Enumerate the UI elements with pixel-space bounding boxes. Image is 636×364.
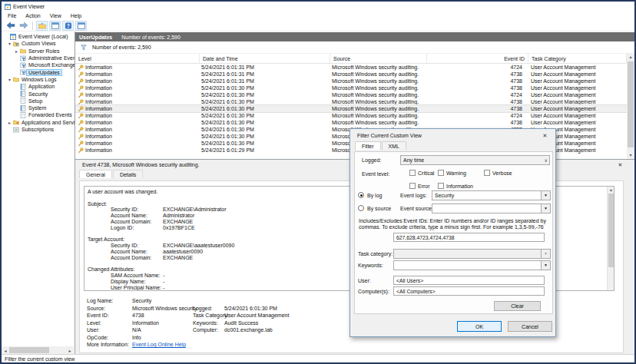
sidebar-item-windows-logs[interactable]: ▾Windows Logs: [2, 76, 75, 83]
scrollbar-thumb[interactable]: [608, 194, 614, 267]
table-row[interactable]: Information5/24/2021 6:01:30 PMMicrosoft…: [75, 84, 627, 91]
expand-icon[interactable]: ▸: [13, 48, 20, 54]
scroll-left-icon[interactable]: ◂: [2, 348, 9, 353]
cancel-button[interactable]: Cancel: [508, 321, 552, 332]
event-ids-input[interactable]: [393, 233, 545, 242]
column-header-date-and-time[interactable]: Date and Time: [200, 54, 330, 64]
event-sources-combo[interactable]: ▼: [432, 204, 551, 213]
sidebar-item-custom-views[interactable]: ▾Custom Views: [2, 40, 75, 47]
sidebar-item-administrative-events[interactable]: Administrative Events: [2, 55, 75, 61]
summary-label: Log Name:: [87, 298, 113, 303]
by-source-radio[interactable]: [358, 205, 364, 211]
scroll-up-icon[interactable]: ▴: [627, 55, 634, 60]
table-row[interactable]: Information5/24/2021 6:01:30 PMMicrosoft…: [75, 91, 627, 98]
dialog-tab-xml[interactable]: XML: [382, 141, 406, 150]
tree-item-label: Windows Logs: [20, 77, 58, 82]
tab-general[interactable]: General: [79, 170, 112, 178]
column-header-event-id[interactable]: Event ID: [427, 54, 528, 64]
help-button[interactable]: ?: [62, 21, 74, 31]
scrollbar-thumb[interactable]: [628, 61, 634, 147]
console-window-button[interactable]: [49, 21, 61, 31]
event-date-cell: 5/24/2021 6:01:31 PM: [201, 78, 329, 84]
expand-icon[interactable]: ▸: [6, 120, 13, 125]
event-level-text: Information: [85, 106, 112, 111]
close-preview-icon[interactable]: ✕: [617, 161, 624, 168]
menu-action[interactable]: Action: [21, 12, 45, 19]
sidebar-item-system[interactable]: System: [2, 104, 75, 111]
checkbox-critical[interactable]: [409, 170, 416, 176]
table-row[interactable]: Information5/24/2021 6:01:30 PMMicrosoft…: [75, 112, 627, 119]
checkbox-verbose[interactable]: [484, 170, 490, 176]
sidebar-item-forwarded-events[interactable]: Forwarded Events: [2, 111, 75, 118]
description-scrollbar[interactable]: ▴: [607, 187, 614, 290]
checkbox-warning[interactable]: [438, 170, 444, 176]
dropdown-arrow-icon[interactable]: ▼: [541, 261, 550, 270]
scroll-up-icon[interactable]: ▴: [608, 187, 614, 193]
forward-icon: [19, 22, 28, 29]
logged-value: Any time: [403, 157, 424, 163]
event-logs-combo[interactable]: Security ▼: [432, 190, 551, 200]
table-row[interactable]: Information5/24/2021 6:01:31 PMMicrosoft…: [75, 78, 627, 84]
titlebar: Event Viewer: [2, 2, 634, 12]
computer-label: Computer(s):: [358, 289, 389, 294]
column-header-source[interactable]: Source: [330, 54, 427, 64]
clear-button[interactable]: Clear: [494, 301, 541, 311]
dropdown-arrow-icon[interactable]: ▼: [541, 204, 550, 213]
event-level-text: Information: [85, 134, 112, 139]
console-tree-button[interactable]: [36, 21, 48, 31]
table-row[interactable]: Information5/24/2021 6:01:31 PMMicrosoft…: [75, 64, 627, 71]
task-category-combo: ▼: [393, 249, 551, 259]
table-row[interactable]: Information5/24/2021 6:01:30 PMMicrosoft…: [75, 105, 627, 112]
list-vertical-scrollbar[interactable]: ▴ ▾: [627, 54, 634, 159]
collapse-icon[interactable]: ▾: [6, 77, 13, 82]
ok-button[interactable]: OK: [457, 321, 502, 332]
description-text: Subject:: [88, 201, 107, 207]
event-log-plain-icon: [20, 98, 27, 104]
event-log-online-help-link[interactable]: Event Log Online Help: [132, 342, 186, 347]
sidebar-item-userupdates[interactable]: UserUpdates: [2, 68, 75, 75]
back-button[interactable]: [5, 21, 16, 31]
by-log-radio[interactable]: [358, 192, 364, 198]
sidebar-item-subscriptions[interactable]: Subscriptions: [2, 126, 75, 133]
menu-view[interactable]: View: [45, 12, 66, 19]
properties-window-button[interactable]: [75, 21, 87, 31]
event-source-cell: Microsoft Windows security auditing.: [332, 91, 426, 98]
table-row[interactable]: Information5/24/2021 6:01:31 PMMicrosoft…: [75, 71, 627, 78]
event-id-cell: 4738: [427, 119, 522, 126]
sidebar-item-applications-and-services-lo[interactable]: ▸Applications and Services Lo: [2, 119, 75, 126]
collapse-icon[interactable]: ▾: [6, 41, 13, 46]
tab-details[interactable]: Details: [113, 170, 143, 178]
scrollbar-thumb[interactable]: [9, 347, 49, 353]
sidebar-item-application[interactable]: Application: [2, 83, 75, 90]
computer-input[interactable]: [393, 286, 545, 296]
scroll-right-icon[interactable]: ▸: [66, 348, 74, 353]
table-row[interactable]: Information5/24/2021 6:01:30 PMMicrosoft…: [75, 119, 627, 126]
tree-horizontal-scrollbar[interactable]: ◂ ▸: [2, 346, 74, 354]
checkbox-error[interactable]: [409, 183, 416, 189]
checkbox-information[interactable]: [438, 183, 444, 189]
column-header-level[interactable]: Level: [75, 54, 200, 64]
sidebar-item-microsoft-exchange-with[interactable]: Microsoft Exchange with: [2, 61, 75, 68]
forward-button[interactable]: [18, 21, 29, 31]
menu-bar: FileActionViewHelp: [2, 12, 634, 20]
event-source-cell: Microsoft Windows security auditing.: [332, 119, 426, 126]
sidebar-item-server-roles[interactable]: ▸Server Roles: [2, 48, 75, 55]
console-tree-icon: [38, 22, 46, 29]
sidebar-item-setup[interactable]: Setup: [2, 98, 75, 104]
sidebar-item-security[interactable]: Security: [2, 90, 75, 97]
scroll-down-icon[interactable]: ▾: [627, 153, 634, 158]
summary-label: User:: [87, 327, 100, 333]
dialog-tab-filter[interactable]: Filter: [355, 141, 381, 150]
menu-file[interactable]: File: [3, 12, 21, 19]
dropdown-arrow-icon[interactable]: ▼: [541, 191, 550, 200]
logged-combo[interactable]: Any time ∨: [400, 155, 550, 165]
column-header-task-category[interactable]: Task Category: [528, 54, 627, 64]
keywords-combo[interactable]: ▼: [393, 260, 551, 270]
table-row[interactable]: Information5/24/2021 6:01:30 PMMicrosoft…: [75, 98, 627, 105]
console-tree: Event Viewer (Local)▾Custom Views▸Server…: [2, 33, 75, 133]
sidebar-item-event-viewer-local[interactable]: Event Viewer (Local): [2, 33, 75, 40]
menu-help[interactable]: Help: [66, 12, 86, 19]
dialog-close-icon[interactable]: ✕: [542, 132, 548, 139]
user-input[interactable]: [393, 276, 545, 285]
event-level-cell: Information: [78, 147, 199, 154]
